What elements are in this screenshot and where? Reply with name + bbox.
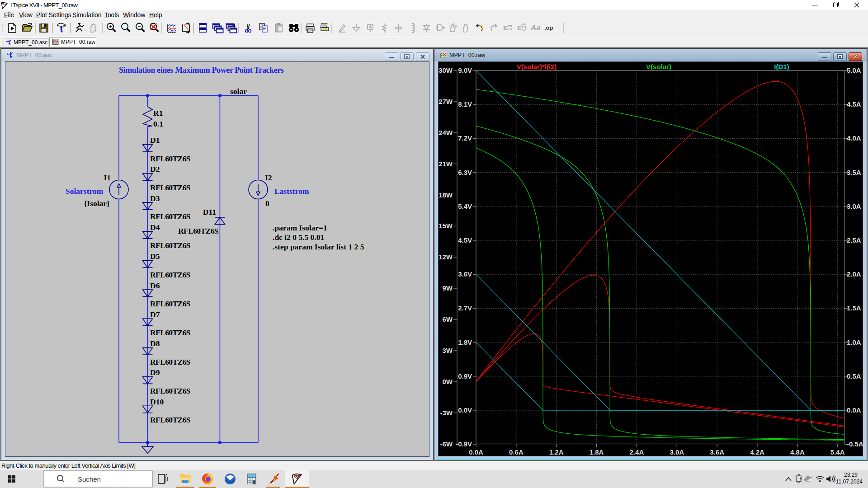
svg-text:5.4A: 5.4A: [830, 448, 845, 456]
svg-text:11.07.2024: 11.07.2024: [836, 479, 863, 485]
svg-text:I(D1): I(D1): [774, 63, 789, 70]
svg-text:RFL60TZ6S: RFL60TZ6S: [150, 299, 190, 308]
svg-text:RFL60TZ6S: RFL60TZ6S: [178, 226, 218, 235]
svg-text:3W: 3W: [443, 347, 453, 354]
svg-text:1.8V: 1.8V: [458, 338, 472, 346]
svg-text:1.5A: 1.5A: [847, 304, 861, 312]
svg-text:6W: 6W: [443, 315, 453, 323]
svg-text:2.4A: 2.4A: [630, 448, 644, 456]
svg-text:23:29: 23:29: [844, 472, 858, 478]
svg-text:4.2A: 4.2A: [750, 448, 764, 456]
svg-text:1.8A: 1.8A: [590, 448, 604, 456]
svg-text:2.5A: 2.5A: [847, 236, 861, 244]
svg-text:9W: 9W: [443, 284, 453, 292]
svg-text:12W: 12W: [439, 253, 453, 261]
svg-text:4.5A: 4.5A: [847, 100, 861, 108]
svg-text:6.3V: 6.3V: [458, 169, 472, 176]
svg-text:Aa: Aa: [530, 23, 541, 32]
svg-text:0.0V: 0.0V: [458, 406, 472, 414]
svg-text:4.0A: 4.0A: [847, 134, 861, 142]
svg-text:RFL60TZ6S: RFL60TZ6S: [150, 154, 190, 163]
svg-text:I1: I1: [104, 173, 111, 182]
svg-text:0.0A: 0.0A: [469, 448, 483, 456]
svg-text:RFL60TZ6S: RFL60TZ6S: [150, 270, 190, 279]
svg-text:30W: 30W: [439, 66, 453, 74]
svg-text:7.2V: 7.2V: [458, 134, 472, 142]
svg-text:RFL60TZ6S: RFL60TZ6S: [150, 328, 190, 337]
svg-text:D9: D9: [150, 368, 160, 377]
svg-text:0.6A: 0.6A: [509, 448, 524, 456]
svg-text:9.0V: 9.0V: [458, 66, 472, 74]
svg-text:I2: I2: [265, 173, 272, 182]
svg-text:27W: 27W: [439, 98, 453, 105]
svg-text:21W: 21W: [439, 160, 453, 168]
svg-text:1.2A: 1.2A: [549, 448, 564, 456]
svg-text:V(solar)*i(i2): V(solar)*i(i2): [517, 63, 557, 70]
svg-text:RFL60TZ6S: RFL60TZ6S: [150, 183, 190, 192]
svg-text:3.0A: 3.0A: [670, 448, 684, 456]
svg-text:D11: D11: [203, 207, 216, 216]
svg-text:0.9V: 0.9V: [458, 372, 472, 380]
svg-text:0: 0: [265, 199, 269, 208]
svg-text:A: A: [368, 24, 372, 29]
svg-text:RFL60TZ6S: RFL60TZ6S: [150, 212, 190, 221]
svg-text:-6W: -6W: [440, 440, 453, 448]
svg-text:.param Isolar=1: .param Isolar=1: [273, 223, 327, 232]
svg-text:R1: R1: [153, 108, 163, 117]
svg-text:RFL60TZ6S: RFL60TZ6S: [150, 241, 190, 250]
svg-text:V(solar): V(solar): [646, 63, 671, 70]
svg-text:.step param Isolar list 1 2 5: .step param Isolar list 1 2 5: [273, 242, 364, 251]
svg-text:{Isolar}: {Isolar}: [84, 199, 110, 208]
svg-text:D6: D6: [150, 281, 160, 290]
svg-text:Solarstrom: Solarstrom: [66, 187, 104, 196]
svg-text:-0.9V: -0.9V: [456, 440, 472, 448]
svg-text:.dc i2 0 5.5 0.01: .dc i2 0 5.5 0.01: [273, 233, 324, 242]
svg-text:0W: 0W: [443, 378, 453, 385]
svg-text:RFL60TZ6S: RFL60TZ6S: [150, 415, 190, 424]
svg-text:Laststrom: Laststrom: [274, 187, 309, 196]
svg-text:D8: D8: [150, 339, 160, 348]
svg-text:-3W: -3W: [440, 409, 453, 417]
svg-text:E: E: [503, 24, 508, 32]
svg-text:-0.5A: -0.5A: [847, 440, 863, 448]
svg-text:D5: D5: [150, 252, 160, 261]
svg-text:0.1: 0.1: [153, 119, 163, 128]
svg-text:D1: D1: [150, 136, 160, 145]
svg-text:D10: D10: [150, 397, 164, 406]
svg-text:0.0A: 0.0A: [847, 406, 861, 414]
svg-text:3.6V: 3.6V: [458, 270, 472, 278]
svg-text:5.4V: 5.4V: [458, 202, 472, 210]
svg-text:solar: solar: [230, 87, 247, 96]
svg-text:15W: 15W: [439, 222, 453, 230]
svg-text:1.0A: 1.0A: [847, 338, 861, 346]
svg-text:8.1V: 8.1V: [458, 100, 472, 108]
svg-text:D3: D3: [150, 194, 160, 203]
svg-text:D2: D2: [150, 164, 160, 174]
svg-text:2.0A: 2.0A: [847, 270, 861, 278]
svg-text:3.0A: 3.0A: [847, 202, 861, 210]
svg-text:RFL60TZ6S: RFL60TZ6S: [150, 357, 190, 366]
svg-text:Suchen: Suchen: [78, 475, 101, 483]
svg-text:RFL60TZ6S: RFL60TZ6S: [150, 386, 190, 395]
svg-text:Simulation eines Maximum Power: Simulation eines Maximum Power Point Tra…: [119, 66, 284, 75]
svg-text:0.5A: 0.5A: [847, 372, 861, 380]
svg-text:4.8A: 4.8A: [790, 448, 805, 456]
svg-text:2.7V: 2.7V: [458, 304, 472, 312]
svg-text:18W: 18W: [439, 191, 453, 199]
svg-text:5.0A: 5.0A: [847, 66, 861, 74]
svg-text:4.5V: 4.5V: [458, 236, 472, 244]
svg-text:D4: D4: [150, 223, 160, 232]
svg-text:3.6A: 3.6A: [710, 448, 724, 456]
svg-text:D7: D7: [150, 310, 160, 319]
svg-text:3.5A: 3.5A: [847, 169, 861, 176]
svg-text:.op: .op: [544, 24, 553, 31]
svg-text:24W: 24W: [439, 129, 453, 136]
